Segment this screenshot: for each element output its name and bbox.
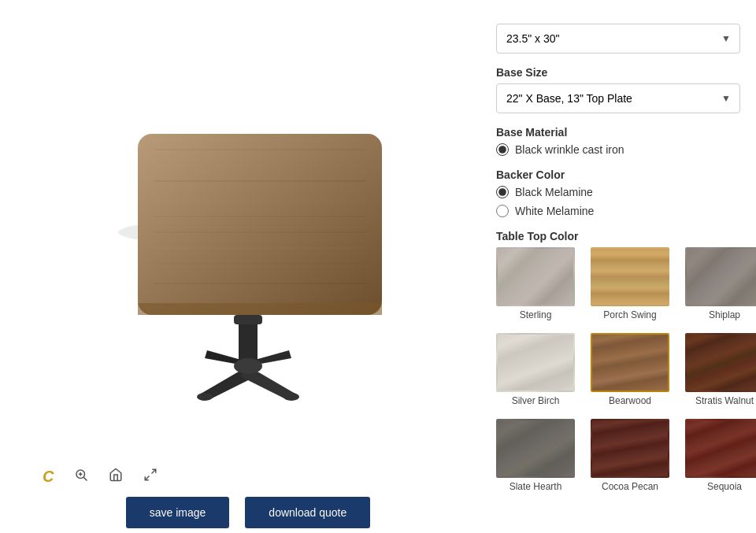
- svg-point-17: [284, 393, 299, 401]
- swatch-item-sterling[interactable]: Sterling: [496, 247, 575, 320]
- svg-rect-11: [138, 134, 382, 315]
- swatch-shiplap[interactable]: [685, 247, 756, 306]
- swatch-label-sequoia: Sequoia: [707, 481, 742, 492]
- swatch-label-sterling: Sterling: [520, 309, 552, 320]
- svg-rect-12: [138, 303, 382, 315]
- base-size-select[interactable]: 22" X Base, 13" Top Plate: [496, 83, 740, 113]
- zoom-icon[interactable]: [71, 465, 91, 489]
- base-size-label: Base Size: [496, 66, 756, 79]
- svg-rect-14: [234, 315, 262, 324]
- swatch-item-shiplap[interactable]: Shiplap: [685, 247, 756, 320]
- size-select[interactable]: 23.5" x 30": [496, 24, 740, 54]
- swatch-item-sequoia[interactable]: Sequoia: [685, 419, 756, 492]
- swatch-item-bearwood[interactable]: Bearwood: [591, 333, 669, 406]
- svg-line-23: [146, 476, 150, 480]
- base-size-select-wrapper: 22" X Base, 13" Top Plate ▼: [496, 83, 740, 113]
- home-icon[interactable]: [106, 465, 126, 489]
- product-options-panel: 23.5" x 30" ▼ Base Size 22" X Base, 13" …: [480, 16, 756, 528]
- swatch-item-cocoa-pecan[interactable]: Cocoa Pecan: [591, 419, 669, 492]
- svg-point-15: [234, 358, 262, 374]
- svg-line-22: [152, 469, 156, 473]
- swatch-label-stratis-walnut: Stratis Walnut: [695, 395, 754, 406]
- download-quote-button[interactable]: download quote: [245, 497, 370, 528]
- backer-color-option-black-melamine[interactable]: Black Melamine: [496, 186, 756, 198]
- table-top-color-label: Table Top Color: [496, 230, 756, 242]
- backer-color-option-white-melamine[interactable]: White Melamine: [496, 205, 756, 217]
- swatch-bearwood[interactable]: [591, 333, 669, 392]
- swatch-sequoia[interactable]: [685, 419, 756, 478]
- swatch-sterling[interactable]: [496, 247, 575, 306]
- backer-color-label: Backer Color: [496, 168, 756, 181]
- size-select-wrapper: 23.5" x 30" ▼: [496, 24, 740, 54]
- backer-color-radio-black[interactable]: [496, 186, 509, 198]
- swatch-slate-hearth[interactable]: [496, 419, 575, 478]
- svg-line-19: [84, 477, 87, 480]
- base-material-option-label: Black wrinkle cast iron: [515, 143, 624, 156]
- base-material-section: Base Material Black wrinkle cast iron: [496, 126, 756, 156]
- backer-color-white-label: White Melamine: [515, 205, 594, 217]
- backer-color-options: Black Melamine White Melamine: [496, 186, 756, 217]
- expand-icon[interactable]: [140, 465, 161, 489]
- base-material-radio-black-wrinkle[interactable]: [496, 143, 509, 156]
- product-image-area: [28, 31, 469, 457]
- svg-point-16: [197, 393, 213, 401]
- action-buttons: save image download quote: [126, 497, 370, 528]
- backer-color-black-label: Black Melamine: [515, 186, 593, 198]
- swatch-item-porch-swing[interactable]: Porch Swing: [591, 247, 669, 320]
- base-size-section: Base Size 22" X Base, 13" Top Plate ▼: [496, 66, 756, 113]
- swatch-label-bearwood: Bearwood: [609, 395, 651, 406]
- swatch-item-stratis-walnut[interactable]: Stratis Walnut: [685, 333, 756, 406]
- swatch-item-silver-birch[interactable]: Silver Birch: [496, 333, 575, 406]
- swatch-silver-birch[interactable]: [496, 333, 575, 392]
- color-swatch-grid: Sterling Porch Swing Shiplap Silver Birc…: [496, 247, 756, 492]
- swatch-label-shiplap: Shiplap: [709, 309, 740, 320]
- product-image-panel: C: [16, 16, 480, 528]
- swatch-label-cocoa-pecan: Cocoa Pecan: [602, 481, 658, 492]
- brand-icon[interactable]: C: [39, 465, 57, 489]
- swatch-stratis-walnut[interactable]: [685, 333, 756, 392]
- swatch-label-porch-swing: Porch Swing: [603, 309, 656, 320]
- product-image: [91, 87, 406, 402]
- base-material-options: Black wrinkle cast iron: [496, 143, 756, 156]
- swatch-label-silver-birch: Silver Birch: [512, 395, 560, 406]
- save-image-button[interactable]: save image: [126, 497, 230, 528]
- swatch-cocoa-pecan[interactable]: [591, 419, 669, 478]
- backer-color-radio-white[interactable]: [496, 205, 509, 217]
- base-material-option-black-wrinkle[interactable]: Black wrinkle cast iron: [496, 143, 756, 156]
- image-controls: C: [16, 465, 161, 489]
- swatch-label-slate-hearth: Slate Hearth: [510, 481, 562, 492]
- base-material-label: Base Material: [496, 126, 756, 139]
- table-top-color-section: Table Top Color Sterling Porch Swing Shi…: [496, 230, 756, 492]
- backer-color-section: Backer Color Black Melamine White Melami…: [496, 168, 756, 217]
- swatch-item-slate-hearth[interactable]: Slate Hearth: [496, 419, 575, 492]
- swatch-porch-swing[interactable]: [591, 247, 669, 306]
